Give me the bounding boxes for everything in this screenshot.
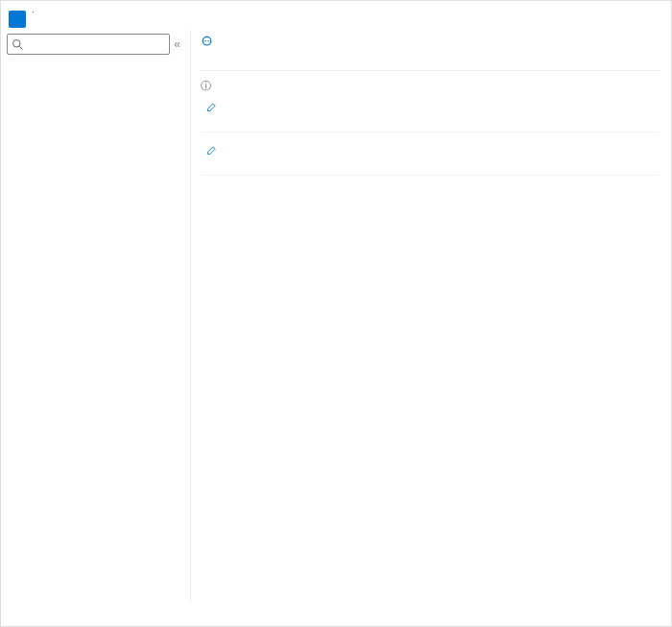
col-status xyxy=(554,163,660,176)
col-applies xyxy=(371,120,554,133)
edit-outbound-link[interactable] xyxy=(206,144,660,156)
main-content: ⓘ xyxy=(191,30,671,601)
feedback-icon xyxy=(201,36,213,48)
edit-inbound-link[interactable] xyxy=(206,101,660,112)
page-subtitle: · xyxy=(32,7,35,17)
col-applies xyxy=(371,163,554,176)
search-box[interactable] xyxy=(7,34,170,55)
svg-point-2 xyxy=(204,40,205,41)
search-icon xyxy=(12,38,23,50)
inbound-table xyxy=(201,120,660,133)
feedback-link[interactable] xyxy=(201,36,660,48)
outbound-table xyxy=(201,163,660,176)
description-text: ⓘ xyxy=(201,79,660,93)
svg-point-3 xyxy=(207,40,208,41)
col-type xyxy=(201,120,371,133)
pencil-icon xyxy=(206,101,218,112)
collapse-sidebar-icon[interactable]: « xyxy=(170,37,184,51)
col-status xyxy=(554,120,660,133)
pencil-icon xyxy=(206,144,218,156)
col-type xyxy=(201,163,371,176)
svg-line-1 xyxy=(19,46,22,49)
service-icon xyxy=(9,11,26,28)
tabs xyxy=(201,60,660,71)
sidebar: « xyxy=(1,30,191,601)
search-input[interactable] xyxy=(23,38,165,50)
svg-point-0 xyxy=(13,40,21,48)
